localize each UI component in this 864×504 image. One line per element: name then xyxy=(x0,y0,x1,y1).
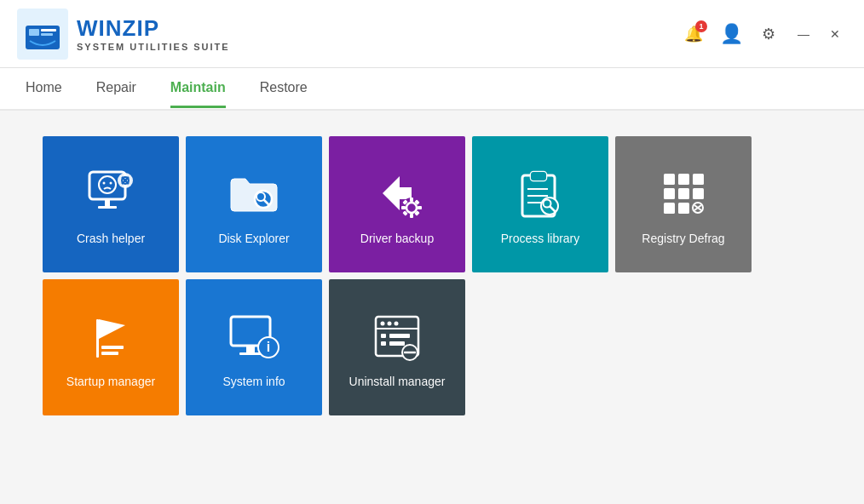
notification-button[interactable]: 🔔 1 xyxy=(678,19,709,49)
svg-rect-35 xyxy=(664,174,675,185)
tile-driver-backup[interactable]: Driver backup xyxy=(329,136,465,272)
gear-icon: ⚙ xyxy=(762,25,775,43)
svg-rect-45 xyxy=(101,346,124,349)
registry-defrag-icon xyxy=(654,163,713,223)
crash-helper-label: Crash helper xyxy=(70,232,152,245)
svg-rect-57 xyxy=(381,334,386,338)
startup-manager-label: Startup manager xyxy=(60,375,162,388)
svg-rect-42 xyxy=(678,203,689,214)
tile-registry-defrag[interactable]: Registry Defrag xyxy=(615,136,752,272)
svg-rect-2 xyxy=(29,29,39,36)
system-info-icon: i xyxy=(224,306,284,366)
svg-point-8 xyxy=(99,176,116,193)
svg-rect-37 xyxy=(693,174,704,185)
disk-explorer-icon xyxy=(224,163,284,223)
startup-manager-icon xyxy=(81,306,141,366)
svg-rect-6 xyxy=(105,199,110,206)
logo-winzip: WINZIP xyxy=(77,15,230,42)
svg-rect-60 xyxy=(389,341,405,346)
logo-subtitle: SYSTEM UTILITIES SUITE xyxy=(77,42,230,52)
settings-button[interactable]: ⚙ xyxy=(753,19,784,49)
svg-rect-59 xyxy=(381,341,386,346)
uninstall-manager-label: Uninstall manager xyxy=(343,375,452,388)
logo-text: WINZIP SYSTEM UTILITIES SUITE xyxy=(77,15,230,52)
svg-rect-44 xyxy=(96,319,99,358)
svg-rect-38 xyxy=(664,188,675,199)
svg-rect-7 xyxy=(98,206,117,209)
svg-point-9 xyxy=(103,182,106,185)
svg-rect-48 xyxy=(246,346,255,352)
system-info-label: System info xyxy=(216,375,291,388)
process-library-label: Process library xyxy=(494,232,587,245)
uninstall-manager-icon xyxy=(367,306,427,366)
svg-rect-21 xyxy=(418,206,422,209)
svg-rect-20 xyxy=(401,206,406,209)
driver-backup-label: Driver backup xyxy=(354,232,441,245)
svg-rect-49 xyxy=(239,352,262,355)
nav-maintain[interactable]: Maintain xyxy=(170,70,226,108)
tile-startup-manager[interactable]: Startup manager xyxy=(43,279,179,415)
driver-backup-icon xyxy=(367,163,427,223)
close-button[interactable]: ✕ xyxy=(823,24,847,44)
tiles-grid: Crash helper Disk Explorer xyxy=(43,136,821,415)
svg-rect-28 xyxy=(531,172,546,180)
svg-point-10 xyxy=(110,182,112,185)
nav-home[interactable]: Home xyxy=(26,70,62,108)
app-header: WINZIP SYSTEM UTILITIES SUITE 🔔 1 👤 ⚙ — … xyxy=(0,0,864,68)
disk-explorer-label: Disk Explorer xyxy=(211,232,296,245)
svg-rect-36 xyxy=(678,174,689,185)
svg-rect-18 xyxy=(410,198,413,202)
main-nav: Home Repair Maintain Restore xyxy=(0,68,864,111)
svg-rect-39 xyxy=(678,188,689,199)
svg-rect-3 xyxy=(41,29,56,32)
tile-system-info[interactable]: i System info xyxy=(186,279,322,415)
svg-rect-46 xyxy=(101,352,118,355)
minimize-button[interactable]: — xyxy=(791,24,816,44)
tile-crash-helper[interactable]: Crash helper xyxy=(43,136,179,272)
svg-point-54 xyxy=(388,322,392,326)
svg-point-53 xyxy=(381,322,385,326)
logo-area: WINZIP SYSTEM UTILITIES SUITE xyxy=(17,9,230,60)
svg-rect-58 xyxy=(389,334,410,338)
registry-defrag-label: Registry Defrag xyxy=(635,232,731,245)
tile-disk-explorer[interactable]: Disk Explorer xyxy=(186,136,322,272)
process-library-icon xyxy=(510,163,570,223)
svg-point-55 xyxy=(395,322,399,326)
notification-badge: 1 xyxy=(695,20,707,32)
nav-repair[interactable]: Repair xyxy=(96,70,136,108)
tile-uninstall-manager[interactable]: Uninstall manager xyxy=(329,279,465,415)
user-button[interactable]: 👤 xyxy=(716,19,746,49)
svg-rect-19 xyxy=(410,214,413,218)
svg-rect-40 xyxy=(693,188,704,199)
svg-rect-4 xyxy=(41,33,53,36)
nav-restore[interactable]: Restore xyxy=(260,70,308,108)
header-actions: 🔔 1 👤 ⚙ — ✕ xyxy=(678,19,847,49)
svg-text:i: i xyxy=(267,340,270,354)
tile-process-library[interactable]: Process library xyxy=(472,136,608,272)
crash-helper-icon xyxy=(81,163,141,223)
svg-rect-41 xyxy=(664,203,675,214)
main-content: Crash helper Disk Explorer xyxy=(0,111,864,504)
logo-icon xyxy=(17,9,68,60)
user-icon: 👤 xyxy=(720,23,743,45)
